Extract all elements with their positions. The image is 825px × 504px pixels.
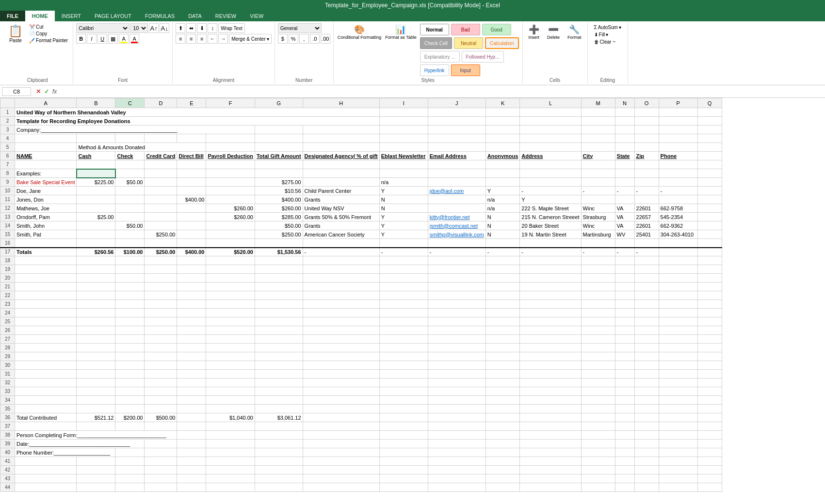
cell-l2[interactable] (520, 117, 581, 126)
cell-d7[interactable] (145, 160, 177, 169)
cell-i16[interactable] (379, 239, 428, 248)
cell-b15[interactable] (77, 230, 115, 239)
cell-g7[interactable] (255, 160, 303, 169)
cell-e8[interactable] (177, 169, 206, 178)
cell-c6[interactable]: Check (115, 152, 145, 160)
cancel-formula-icon[interactable]: ✕ (36, 88, 41, 95)
cell-l1[interactable] (520, 108, 581, 117)
tab-formulas[interactable]: FORMULAS (138, 11, 181, 21)
cell-k13[interactable]: N (485, 213, 520, 221)
cell-e9[interactable] (177, 178, 206, 187)
cell-k9[interactable] (485, 178, 520, 187)
cell-c9[interactable]: $50.00 (115, 178, 145, 187)
cell-p8[interactable] (659, 169, 697, 178)
cell-h10[interactable]: Child Parent Center (303, 187, 379, 195)
cell-h9[interactable] (303, 178, 379, 187)
cell-a8[interactable]: Examples: (15, 169, 77, 178)
cell-m14[interactable]: Winc (581, 221, 615, 230)
cell-g12[interactable]: $260.00 (255, 204, 303, 213)
underline-button[interactable]: U (97, 34, 107, 44)
cell-d13[interactable] (145, 213, 177, 221)
cell-a4[interactable] (15, 134, 77, 143)
cell-o10[interactable]: - (634, 187, 659, 195)
cell-m17[interactable]: - (581, 248, 615, 256)
cell-m12[interactable]: Winc (581, 204, 615, 213)
cell-m5[interactable] (581, 143, 615, 152)
cell-g6[interactable]: Total Gift Amount (255, 152, 303, 160)
tab-data[interactable]: DATA (181, 11, 209, 21)
col-header-f[interactable]: F (206, 98, 255, 108)
cell-d6[interactable]: Credit Card (145, 152, 177, 160)
cell-j36[interactable] (428, 413, 485, 422)
cell-d9[interactable] (145, 178, 177, 187)
cell-g10[interactable]: $10.56 (255, 187, 303, 195)
col-header-d[interactable]: D (145, 98, 177, 108)
cell-b7[interactable] (77, 160, 115, 169)
cell-l16[interactable] (520, 239, 581, 248)
cell-q10[interactable] (697, 187, 722, 195)
cell-l3[interactable] (520, 126, 581, 134)
cell-c12[interactable] (115, 204, 145, 213)
cell-e12[interactable] (177, 204, 206, 213)
cell-j11[interactable] (428, 195, 485, 204)
cell-q14[interactable] (697, 221, 722, 230)
cell-p5[interactable] (659, 143, 697, 152)
cell-f10[interactable] (206, 187, 255, 195)
col-header-l[interactable]: L (520, 98, 581, 108)
cell-f15[interactable] (206, 230, 255, 239)
col-header-b[interactable]: B (77, 98, 115, 108)
cell-l13[interactable]: 215 N. Cameron Streeet (520, 213, 581, 221)
cell-i8[interactable] (379, 169, 428, 178)
cell-e11[interactable]: $400.00 (177, 195, 206, 204)
cell-o17[interactable]: - (634, 248, 659, 256)
bold-button[interactable]: B (76, 34, 86, 44)
cell-i15[interactable]: Y (379, 230, 428, 239)
cell-n1[interactable] (615, 108, 634, 117)
cell-m9[interactable] (581, 178, 615, 187)
cell-f36[interactable]: $1,040.00 (206, 413, 255, 422)
cell-a10[interactable]: Doe, Jane (15, 187, 77, 195)
cell-i10[interactable]: Y (379, 187, 428, 195)
cell-j1[interactable] (428, 108, 485, 117)
align-right-button[interactable]: ≡ (197, 34, 207, 44)
cell-j2[interactable] (428, 117, 485, 126)
cell-d17[interactable]: $250.00 (145, 248, 177, 256)
cell-g36[interactable]: $3,061.12 (255, 413, 303, 422)
col-header-i[interactable]: I (379, 98, 428, 108)
cell-a17[interactable]: Totals (15, 248, 77, 256)
cell-g13[interactable]: $285.00 (255, 213, 303, 221)
cell-a7[interactable] (15, 160, 77, 169)
cell-b36[interactable]: $521.12 (77, 413, 115, 422)
cell-k14[interactable]: N (485, 221, 520, 230)
cell-o8[interactable] (634, 169, 659, 178)
cell-e16[interactable] (177, 239, 206, 248)
explanatory-style[interactable]: Explanatory ... (420, 51, 460, 63)
cell-a5[interactable] (15, 143, 77, 152)
col-header-j[interactable]: J (428, 98, 485, 108)
cell-d4[interactable] (145, 134, 177, 143)
cell-p17[interactable] (659, 248, 697, 256)
copy-button[interactable]: 📄 Copy (27, 31, 70, 37)
tab-file[interactable]: FILE (0, 11, 25, 21)
number-format-select[interactable]: General Number Currency Accounting Short… (278, 23, 322, 33)
border-button[interactable]: ▦ (108, 34, 118, 44)
cell-g15[interactable]: $250.00 (255, 230, 303, 239)
cell-l36[interactable] (520, 413, 581, 422)
comma-button[interactable]: , (299, 34, 309, 44)
cell-b4[interactable] (77, 134, 115, 143)
cell-m15[interactable]: Martinsburg (581, 230, 615, 239)
align-middle-button[interactable]: ⬌ (186, 23, 196, 33)
cell-g3[interactable] (255, 126, 303, 134)
cell-i5[interactable] (379, 143, 428, 152)
cell-j9[interactable] (428, 178, 485, 187)
cell-h15[interactable]: American Cancer Society (303, 230, 379, 239)
cell-a13[interactable]: Orndorff, Pam (15, 213, 77, 221)
cell-n7[interactable] (615, 160, 634, 169)
scroll-area[interactable]: A B C D E F G H I J K L M N O P Q (0, 98, 825, 504)
cell-n3[interactable] (615, 126, 634, 134)
cell-i36[interactable] (379, 413, 428, 422)
cell-p15[interactable]: 304-263-4010 (659, 230, 697, 239)
cell-e17[interactable]: $400.00 (177, 248, 206, 256)
tab-insert[interactable]: INSERT (55, 11, 88, 21)
delete-button[interactable]: ➖ Delete (544, 23, 563, 41)
